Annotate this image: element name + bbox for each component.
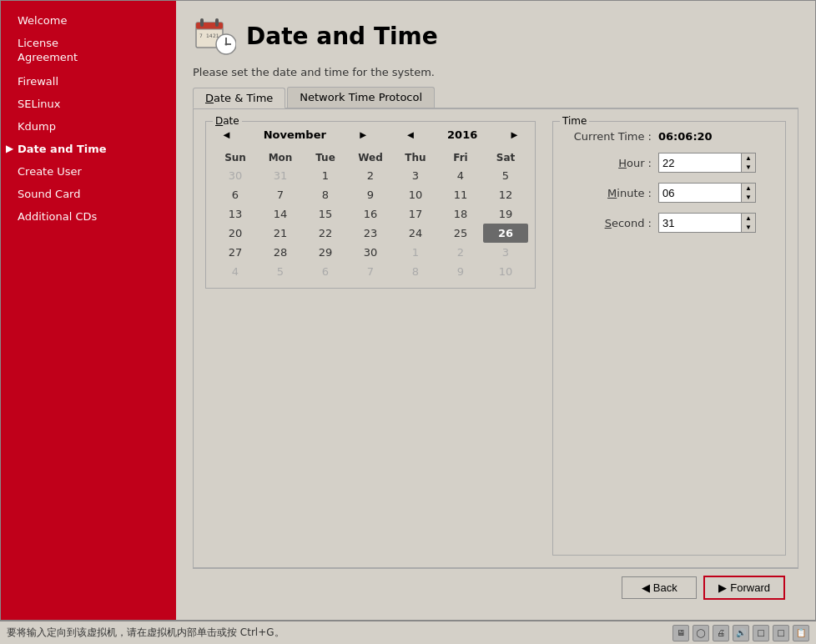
- sidebar-item-datetime[interactable]: ▶ Date and Time: [1, 138, 176, 160]
- minute-down-button[interactable]: ▼: [742, 193, 755, 202]
- date-legend: Date: [213, 115, 242, 127]
- year-label: 2016: [447, 128, 477, 141]
- calendar-day[interactable]: 4: [438, 166, 483, 185]
- calendar-day[interactable]: 1: [303, 166, 348, 185]
- calendar-day[interactable]: 15: [303, 204, 348, 224]
- next-month-button[interactable]: ►: [353, 127, 374, 143]
- bottom-bar: ◀ Back ▶ Forward: [193, 568, 798, 606]
- calendar-day[interactable]: 13: [213, 204, 258, 224]
- svg-rect-2: [200, 18, 204, 27]
- back-button[interactable]: ◀ Back: [622, 576, 697, 599]
- tab-ntp[interactable]: Network Time Protocol: [287, 87, 435, 108]
- calendar-day[interactable]: 2: [348, 166, 393, 185]
- svg-rect-1: [196, 23, 223, 29]
- calendar-day[interactable]: 5: [483, 166, 528, 185]
- sidebar-item-firewall[interactable]: Firewall: [1, 70, 176, 93]
- status-text: 要将输入定向到该虚拟机，请在虚拟机内部单击或按 Ctrl+G。: [7, 626, 285, 640]
- second-input[interactable]: [658, 213, 742, 233]
- content-area: 7 14 21 Date and Time Please set the dat…: [176, 1, 815, 620]
- time-section: Time Current Time : 06:06:20 Hour : ▲ ▼: [552, 121, 786, 556]
- calendar-day[interactable]: 10: [393, 185, 438, 204]
- calendar-day[interactable]: 27: [213, 243, 258, 262]
- calendar-day[interactable]: 21: [258, 224, 303, 243]
- calendar-day[interactable]: 9: [348, 185, 393, 204]
- hour-row: Hour : ▲ ▼: [560, 153, 778, 173]
- calendar-day[interactable]: 25: [438, 224, 483, 243]
- tab-datetime[interactable]: Date & Time: [193, 88, 285, 108]
- calendar-day[interactable]: 30: [348, 243, 393, 262]
- sidebar-item-label: Create User: [18, 165, 82, 178]
- calendar-day[interactable]: 11: [438, 185, 483, 204]
- second-down-button[interactable]: ▼: [742, 223, 755, 232]
- hour-label: Hour :: [560, 157, 652, 169]
- sidebar-item-label: SELinux: [18, 98, 61, 110]
- page-subtitle: Please set the date and time for the sys…: [193, 66, 798, 78]
- minute-row: Minute : ▲ ▼: [560, 183, 778, 203]
- status-bar: 要将输入定向到该虚拟机，请在虚拟机内部单击或按 Ctrl+G。 🖥 ◯ 🖨 🔊 …: [0, 621, 816, 644]
- page-header: 7 14 21 Date and Time: [193, 14, 798, 58]
- calendar-day: 8: [393, 262, 438, 281]
- calendar-day[interactable]: 6: [213, 185, 258, 204]
- minute-spinner: ▲ ▼: [741, 183, 756, 203]
- active-arrow-icon: ▶: [6, 143, 13, 154]
- month-label: November: [264, 128, 326, 141]
- calendar-day[interactable]: 28: [258, 243, 303, 262]
- calendar-day[interactable]: 19: [483, 204, 528, 224]
- calendar-day: 30: [213, 166, 258, 185]
- sidebar-item-kdump[interactable]: Kdump: [1, 115, 176, 138]
- prev-month-button[interactable]: ◄: [216, 127, 237, 143]
- cal-header-fri: Fri: [438, 149, 483, 166]
- status-icon-6: □: [773, 625, 789, 641]
- minute-up-button[interactable]: ▲: [742, 184, 755, 193]
- hour-spinner: ▲ ▼: [741, 153, 756, 173]
- calendar-day[interactable]: 29: [303, 243, 348, 262]
- minute-input[interactable]: [658, 183, 742, 203]
- calendar-day: 10: [483, 262, 528, 281]
- tab-bar: Date & Time Network Time Protocol: [193, 87, 798, 108]
- calendar-day: 5: [258, 262, 303, 281]
- sidebar-item-soundcard[interactable]: Sound Card: [1, 183, 176, 205]
- forward-button[interactable]: ▶ Forward: [703, 576, 785, 600]
- cal-header-tue: Tue: [303, 149, 348, 166]
- status-icon-2: ◯: [693, 625, 709, 641]
- cal-header-wed: Wed: [348, 149, 393, 166]
- calendar-day[interactable]: 26: [483, 224, 528, 243]
- sidebar-item-welcome[interactable]: Welcome: [1, 9, 176, 32]
- calendar-day[interactable]: 14: [258, 204, 303, 224]
- calendar-day: 4: [213, 262, 258, 281]
- page-title: Date and Time: [246, 23, 438, 50]
- calendar-day[interactable]: 23: [348, 224, 393, 243]
- sidebar-item-createuser[interactable]: Create User: [1, 160, 176, 183]
- prev-year-button[interactable]: ◄: [400, 127, 421, 143]
- calendar-day[interactable]: 7: [258, 185, 303, 204]
- hour-up-button[interactable]: ▲: [742, 153, 755, 163]
- calendar-day[interactable]: 22: [303, 224, 348, 243]
- sidebar-item-selinux[interactable]: SELinux: [1, 93, 176, 115]
- status-icon-7: 📋: [793, 625, 809, 641]
- calendar-day[interactable]: 17: [393, 204, 438, 224]
- time-legend: Time: [560, 115, 589, 127]
- sidebar-item-additionalcds[interactable]: Additional CDs: [1, 205, 176, 228]
- calendar-day[interactable]: 8: [303, 185, 348, 204]
- calendar-day: 2: [438, 243, 483, 262]
- calendar-day: 9: [438, 262, 483, 281]
- calendar-day[interactable]: 24: [393, 224, 438, 243]
- calendar-day[interactable]: 3: [393, 166, 438, 185]
- status-icon-3: 🖨: [713, 625, 729, 641]
- hour-down-button[interactable]: ▼: [742, 163, 755, 172]
- sidebar-item-label: Firewall: [18, 75, 58, 88]
- calendar: Sun Mon Tue Wed Thu Fri Sat 303112345678…: [213, 149, 528, 281]
- calendar-day[interactable]: 18: [438, 204, 483, 224]
- sidebar: Welcome LicenseAgreement Firewall SELinu…: [1, 1, 176, 620]
- calendar-day[interactable]: 12: [483, 185, 528, 204]
- calendar-day[interactable]: 20: [213, 224, 258, 243]
- second-up-button[interactable]: ▲: [742, 214, 755, 223]
- hour-input[interactable]: [658, 153, 742, 173]
- calendar-day: 7: [348, 262, 393, 281]
- calendar-day: 1: [393, 243, 438, 262]
- calendar-day[interactable]: 16: [348, 204, 393, 224]
- status-icon-1: 🖥: [672, 625, 689, 641]
- calendar-day: 6: [303, 262, 348, 281]
- next-year-button[interactable]: ►: [504, 127, 525, 143]
- sidebar-item-license[interactable]: LicenseAgreement: [1, 32, 176, 70]
